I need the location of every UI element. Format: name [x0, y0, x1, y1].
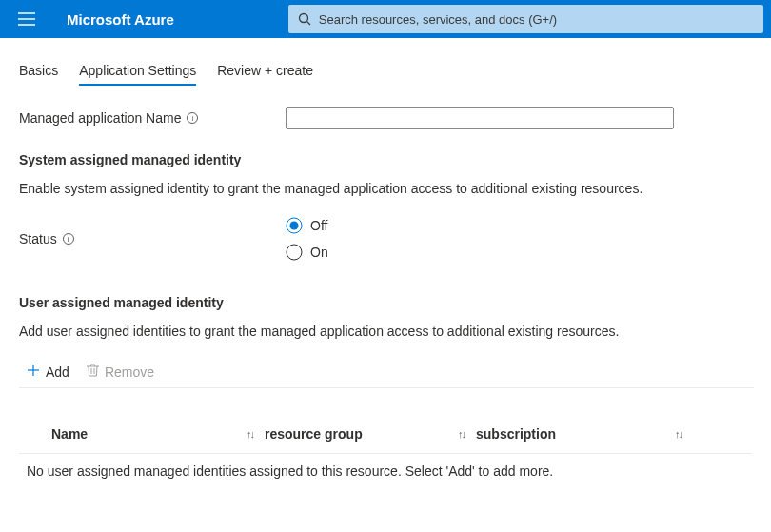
column-name[interactable]: Name ↑↓ [51, 426, 265, 442]
status-option-on[interactable]: On [286, 244, 328, 261]
managed-app-name-input[interactable] [286, 107, 674, 129]
system-identity-title: System assigned managed identity [19, 152, 754, 167]
hamburger-icon [18, 12, 35, 26]
column-resource-group-label: resource group [265, 426, 363, 442]
sort-icon: ↑↓ [458, 428, 465, 440]
svg-line-4 [306, 22, 310, 26]
svg-point-6 [290, 222, 299, 230]
trash-icon [87, 364, 99, 380]
hamburger-menu-button[interactable] [8, 0, 46, 38]
create-tabs: Basics Application Settings Review + cre… [19, 57, 754, 86]
identity-table-empty: No user assigned managed identities assi… [19, 454, 752, 488]
tab-basics[interactable]: Basics [19, 57, 58, 86]
managed-app-name-row: Managed application Name i [19, 107, 754, 129]
info-icon[interactable]: i [63, 233, 74, 245]
plus-icon [27, 364, 40, 380]
add-button[interactable]: Add [27, 364, 69, 380]
status-option-off[interactable]: Off [286, 217, 328, 234]
radio-checked-icon [286, 217, 303, 234]
search-icon [298, 12, 311, 26]
managed-app-name-label: Managed application Name [19, 110, 181, 126]
column-resource-group[interactable]: resource group ↑↓ [265, 426, 476, 442]
brand-title: Microsoft Azure [67, 11, 174, 28]
info-icon[interactable]: i [187, 112, 198, 124]
tab-application-settings[interactable]: Application Settings [79, 57, 196, 86]
remove-button-label: Remove [105, 365, 154, 380]
radio-label-on: On [310, 245, 328, 260]
radio-label-off: Off [310, 218, 327, 233]
status-label: Status [19, 231, 57, 246]
svg-point-3 [299, 14, 307, 23]
page-content: Basics Application Settings Review + cre… [0, 38, 771, 488]
azure-topbar: Microsoft Azure [0, 0, 771, 38]
user-identity-title: User assigned managed identity [19, 295, 754, 310]
identity-table-header: Name ↑↓ resource group ↑↓ subscription ↑… [19, 421, 752, 454]
search-input[interactable] [319, 12, 754, 27]
remove-button: Remove [87, 364, 154, 380]
sort-icon: ↑↓ [675, 428, 682, 440]
radio-unchecked-icon [286, 244, 303, 261]
column-subscription-label: subscription [476, 426, 556, 442]
add-button-label: Add [46, 365, 69, 380]
column-subscription[interactable]: subscription ↑↓ [476, 426, 693, 442]
tab-review-create[interactable]: Review + create [217, 57, 313, 86]
identity-toolbar: Add Remove [19, 360, 754, 388]
global-search[interactable] [288, 5, 763, 33]
sort-icon: ↑↓ [247, 428, 253, 440]
column-name-label: Name [51, 426, 88, 442]
system-identity-desc: Enable system assigned identity to grant… [19, 181, 754, 196]
user-identity-desc: Add user assigned identities to grant th… [19, 324, 754, 339]
status-radio-group: Off On [286, 217, 328, 261]
identity-table: Name ↑↓ resource group ↑↓ subscription ↑… [19, 421, 752, 488]
status-row: Status i Off On [19, 217, 754, 261]
svg-point-7 [287, 245, 302, 260]
